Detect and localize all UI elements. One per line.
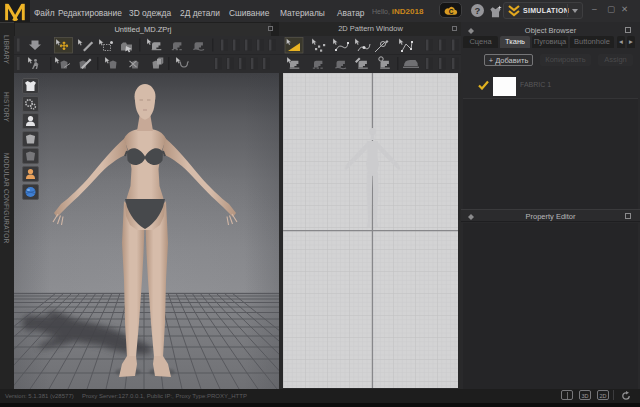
svg-text:C: C bbox=[449, 8, 454, 15]
